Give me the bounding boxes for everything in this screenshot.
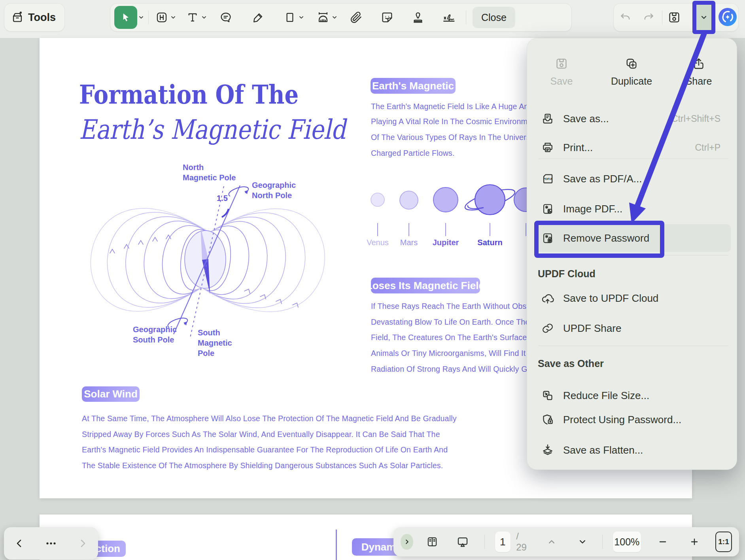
text-tool-chevron-icon[interactable] <box>201 14 207 21</box>
actual-size-button[interactable]: 1:1 <box>715 532 732 552</box>
previous-page-chevron-icon[interactable] <box>546 536 557 547</box>
zoom-level-input[interactable]: 100% <box>613 532 641 552</box>
header-tool-icon[interactable] <box>155 11 168 24</box>
printer-icon <box>541 141 554 154</box>
reduce-size-icon <box>541 389 554 402</box>
save-options-chevron-button[interactable] <box>692 1 715 34</box>
shortcut-label: Ctrl+P <box>695 142 720 153</box>
menu-item-image-pdf[interactable]: Image PDF... <box>535 196 731 221</box>
measure-tool-chevron-icon[interactable] <box>331 14 338 21</box>
close-button[interactable]: Close <box>473 7 515 28</box>
toolbar-divider <box>148 11 149 24</box>
tools-button[interactable]: Tools <box>4 3 65 32</box>
link-icon <box>541 322 554 335</box>
updf-app-window: Tools <box>0 0 745 560</box>
save-icon[interactable] <box>667 10 681 25</box>
expand-panel-button[interactable] <box>401 534 413 550</box>
doc-paragraph-line: Animals Or Tiny Microorganisms, Will Fin… <box>371 349 533 358</box>
doc-paragraph-line: If These Rays Reach The Earth Without Ob… <box>371 302 531 311</box>
two-page-view-icon[interactable] <box>426 535 439 548</box>
menu-divider <box>539 346 728 346</box>
comment-tool-icon[interactable] <box>219 11 233 24</box>
label-geographic-north-pole: Geographic North Pole <box>252 180 296 201</box>
view-controls-bar: 1 / 29 100% 1:1 <box>393 527 739 556</box>
ai-assistant-icon[interactable] <box>717 7 738 27</box>
menu-item-protect-using-password[interactable]: Protect Using Password... <box>535 407 731 432</box>
label-south-magnetic-pole: South Magnetic Pole <box>198 327 232 358</box>
toolbox-icon <box>11 11 24 24</box>
planet-label-venus: Venus <box>367 238 389 247</box>
forward-chevron-icon[interactable] <box>77 537 89 549</box>
doc-paragraph-line: Field, The Creatures On The Earth's Surf… <box>371 333 529 342</box>
signature-tool-icon[interactable] <box>441 11 457 24</box>
label-axis-angle: 1.5 <box>217 194 228 203</box>
pencil-tool-icon[interactable] <box>251 11 265 24</box>
menu-item-updf-share[interactable]: UPDF Share <box>535 316 731 341</box>
menu-item-save-as-pdfa[interactable]: PDF/A Save as PDF/A... <box>535 166 731 191</box>
doc-paragraph-line: Stripped Away By Forces Such As The Sola… <box>82 430 440 439</box>
menu-item-save-to-updf-cloud[interactable]: Save to UPDF Cloud <box>535 286 731 311</box>
measure-tool-icon[interactable] <box>316 11 330 24</box>
doc-paragraph-line: Radiation Of Strong Rays And Will Quickl… <box>371 365 532 374</box>
save-icon <box>554 57 569 71</box>
undo-icon[interactable] <box>619 11 632 24</box>
shape-tool-icon[interactable] <box>283 11 297 24</box>
planet-label-mars: Mars <box>400 238 418 247</box>
back-chevron-icon[interactable] <box>13 537 25 549</box>
doc-paragraph-line: Of The Various Types Of Rays In The Univ… <box>371 133 530 142</box>
doc-paragraph-line: Playing A Vital Role In The Cosmic Envir… <box>371 117 532 126</box>
menu-share-quick-action[interactable]: Share <box>669 57 728 87</box>
doc-title-line2: Earth’s Magnetic Field <box>79 114 346 145</box>
label-geographic-south-pole: Geographic South Pole <box>133 324 177 345</box>
cloud-upload-icon <box>541 291 554 305</box>
redo-icon[interactable] <box>642 11 655 24</box>
planets-illustration <box>368 184 538 239</box>
badge-solar-wind: Solar Wind <box>82 386 140 402</box>
page-total-label: / 29 <box>516 531 529 553</box>
toolbar-divider <box>662 11 662 24</box>
doc-paragraph-line: Charged Particle Flows. <box>371 149 455 158</box>
bar-divider <box>484 535 485 549</box>
close-label: Close <box>481 12 507 23</box>
remove-password-highlight-box <box>534 221 664 258</box>
bar-divider <box>602 535 603 549</box>
menu-item-print[interactable]: Print... Ctrl+P <box>535 135 731 160</box>
select-tool-chevron-icon[interactable] <box>138 14 144 21</box>
menu-save-quick-action[interactable]: Save <box>532 57 591 87</box>
planet-label-jupiter: Jupiter <box>433 238 459 247</box>
page-number-input[interactable]: 1 <box>495 532 511 552</box>
duplicate-icon <box>624 57 639 71</box>
attachment-tool-icon[interactable] <box>350 11 363 24</box>
menu-duplicate-quick-action[interactable]: Duplicate <box>602 57 661 87</box>
doc-paragraph-line: The Earth's Magnetic Field Is Like A Hug… <box>371 102 528 111</box>
header-tool-chevron-icon[interactable] <box>170 14 176 21</box>
sticker-tool-icon[interactable] <box>380 11 394 24</box>
image-pdf-icon <box>541 202 554 216</box>
shape-tool-chevron-icon[interactable] <box>298 14 304 21</box>
zoom-out-icon[interactable] <box>658 537 668 547</box>
next-page-chevron-icon[interactable] <box>577 536 588 547</box>
badge-loses-magnetic-field: Loses Its Magnetic Field <box>371 278 480 293</box>
save-as-icon <box>541 112 554 125</box>
label-north-magnetic-pole: North Magnetic Pole <box>183 162 236 183</box>
shield-lock-icon <box>541 413 554 426</box>
planet-label-saturn: Saturn <box>477 238 502 247</box>
badge-earths-magnetic: Earth's Magnetic <box>371 78 456 94</box>
menu-item-reduce-file-size[interactable]: Reduce File Size... <box>535 383 731 408</box>
menu-item-save-as[interactable]: Save as... Ctrl+Shift+S <box>535 106 731 131</box>
menu-header-save-as-other: Save as Other <box>538 358 604 369</box>
page-nav-panel <box>4 527 98 560</box>
select-tool-button[interactable] <box>114 6 137 29</box>
more-icon[interactable] <box>44 537 58 549</box>
doc-paragraph-line: Devastating Blow To Life On Earth. Once … <box>371 318 529 327</box>
page2-column-divider <box>336 530 337 560</box>
presentation-mode-icon[interactable] <box>456 535 469 549</box>
text-tool-icon[interactable] <box>186 11 199 24</box>
stamp-tool-icon[interactable] <box>411 11 425 24</box>
zoom-in-icon[interactable] <box>689 537 700 547</box>
doc-paragraph-line: At The Same Time, The Atmosphere Will Al… <box>82 414 457 423</box>
menu-item-save-as-flatten[interactable]: Save as Flatten... <box>535 437 731 463</box>
menu-header-updf-cloud: UPDF Cloud <box>538 268 596 280</box>
svg-text:PDF/A: PDF/A <box>543 177 552 181</box>
share-icon <box>692 57 706 71</box>
